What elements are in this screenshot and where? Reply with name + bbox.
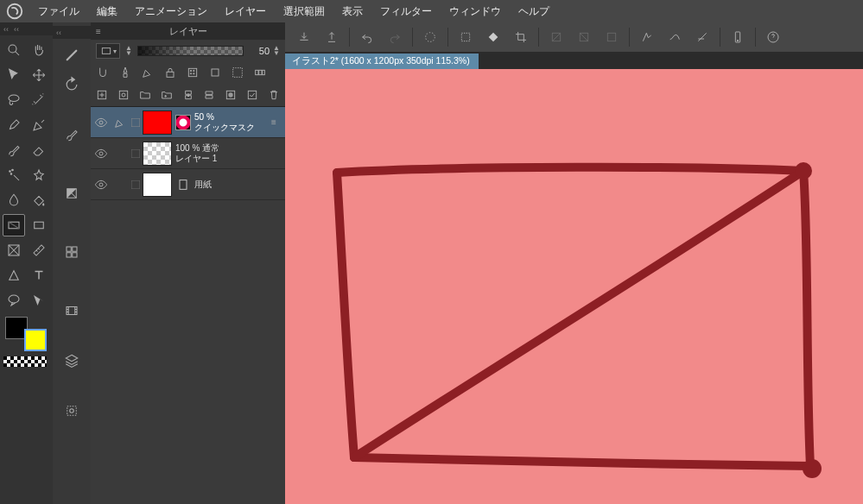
ruler-tool[interactable] [28, 239, 50, 261]
transparent-swatch[interactable] [3, 356, 47, 367]
menu-edit[interactable]: 編集 [88, 0, 126, 22]
layer-thumbnail[interactable] [143, 173, 172, 197]
move-tool[interactable] [28, 64, 50, 86]
smartphone-icon[interactable] [726, 26, 750, 48]
svg-rect-25 [212, 69, 219, 76]
crop-icon[interactable] [509, 26, 533, 48]
layer-row-menu[interactable]: ≡ [271, 117, 282, 127]
snap-special-icon[interactable] [690, 26, 714, 48]
subtool-brush-icon[interactable] [59, 122, 85, 148]
pen-tool[interactable] [28, 114, 50, 136]
correct-line-tool[interactable] [28, 289, 50, 312]
merge-down-button[interactable] [201, 85, 218, 104]
effect-icon[interactable] [231, 66, 244, 79]
new-folder-button[interactable] [137, 85, 154, 104]
gradient-tool[interactable] [3, 214, 25, 236]
layer-thumbnail[interactable] [143, 142, 172, 166]
new-vector-layer-button[interactable] [116, 85, 132, 104]
new-raster-layer-button[interactable] [94, 85, 111, 104]
clear-selection-icon[interactable] [454, 26, 478, 48]
hand-tool[interactable] [28, 39, 50, 61]
visibility-toggle[interactable] [91, 178, 111, 192]
transfer-down-button[interactable] [180, 85, 196, 104]
layer-row-layer1[interactable]: 100 % 通常 レイヤー 1 [91, 138, 285, 169]
layer-checkbox[interactable] [129, 149, 143, 158]
fill-tool[interactable] [28, 189, 50, 211]
background-color[interactable] [24, 329, 47, 351]
blend-mode-dropdown[interactable]: ▾ [96, 43, 120, 59]
opacity-slider[interactable] [137, 46, 244, 56]
export-icon[interactable] [292, 26, 316, 48]
loading-icon[interactable] [418, 26, 442, 48]
redo-button[interactable] [383, 26, 407, 48]
object-select-tool[interactable] [3, 64, 25, 86]
fill-selection-icon[interactable] [481, 26, 505, 48]
subtool-grid-icon[interactable] [59, 239, 85, 265]
subtool-film-icon[interactable] [59, 298, 85, 324]
apply-mask-button[interactable] [244, 85, 260, 104]
upload-icon[interactable] [320, 26, 344, 48]
menu-layer[interactable]: レイヤー [216, 0, 275, 22]
tone-icon[interactable] [186, 66, 200, 79]
app-logo [5, 2, 24, 21]
layer-row-quickmask[interactable]: 50 % クイックマスク ≡ [91, 107, 285, 138]
snap-ruler-icon[interactable] [663, 26, 687, 48]
layer-row-paper[interactable]: 用紙 [91, 169, 285, 200]
visibility-toggle[interactable] [91, 147, 111, 161]
layer-thumbnail[interactable] [143, 110, 172, 135]
layer-checkbox[interactable] [129, 118, 143, 127]
clip-mask-icon[interactable] [96, 66, 110, 79]
subtool-pen-icon[interactable] [59, 42, 85, 68]
edit-target-icon[interactable] [111, 116, 129, 129]
layer-checkbox[interactable] [129, 180, 143, 189]
opacity-stepper[interactable]: ▲▼ [125, 46, 132, 56]
expression-color-icon[interactable] [253, 66, 267, 79]
shape-tool[interactable] [28, 214, 50, 236]
airbrush-tool[interactable] [3, 164, 25, 186]
layer-mask-button[interactable] [223, 85, 239, 104]
menu-selection[interactable]: 選択範囲 [275, 0, 333, 22]
decoration-tool[interactable] [28, 164, 50, 186]
text-tool[interactable] [28, 264, 50, 287]
menu-help[interactable]: ヘルプ [510, 0, 558, 22]
magic-wand-tool[interactable] [28, 89, 50, 111]
eyedropper-tool[interactable] [3, 114, 25, 136]
canvas-viewport[interactable] [285, 69, 863, 504]
menu-filter[interactable]: フィルター [371, 0, 441, 22]
new-frame-button[interactable] [158, 85, 175, 104]
subtool-history-icon[interactable] [59, 398, 85, 424]
frame-tool[interactable] [3, 239, 25, 261]
reference-layer-icon[interactable] [118, 66, 132, 79]
line-tool[interactable] [3, 264, 25, 287]
draft-layer-icon[interactable] [141, 66, 155, 79]
document-tab[interactable]: イラスト2* (1600 x 1200px 350dpi 115.3%) [285, 54, 479, 69]
scale-icon[interactable] [544, 26, 568, 48]
menu-file[interactable]: ファイル [29, 0, 88, 22]
layer-effect-icon[interactable] [600, 26, 624, 48]
menu-view[interactable]: 表示 [333, 0, 371, 22]
svg-rect-39 [131, 149, 140, 158]
eraser-tool[interactable] [28, 139, 50, 161]
svg-point-43 [426, 33, 435, 42]
opacity-value-stepper[interactable]: ▲▼ [273, 46, 280, 56]
delete-layer-button[interactable] [265, 85, 282, 104]
blend-tool[interactable] [3, 189, 25, 211]
help-icon[interactable] [761, 26, 785, 48]
balloon-tool[interactable] [3, 289, 25, 312]
snap-icon[interactable] [635, 26, 659, 48]
subtool-rotate-icon[interactable] [59, 72, 85, 98]
mask-thumbnail[interactable] [175, 115, 191, 130]
subtool-layers-icon[interactable] [59, 348, 85, 374]
magnifier-tool[interactable] [3, 39, 25, 61]
layer-color-icon[interactable] [208, 66, 222, 79]
subtool-contrast-icon[interactable] [59, 180, 85, 206]
undo-button[interactable] [355, 26, 379, 48]
lock-icon[interactable] [163, 66, 177, 79]
menu-window[interactable]: ウィンドウ [441, 0, 510, 22]
panel-menu-icon[interactable]: ≡ [96, 27, 101, 36]
menu-animation[interactable]: アニメーション [126, 0, 216, 22]
lasso-tool[interactable] [3, 89, 25, 111]
brush-tool[interactable] [3, 139, 25, 161]
tone-area-icon[interactable] [572, 26, 596, 48]
visibility-toggle[interactable] [91, 116, 111, 129]
